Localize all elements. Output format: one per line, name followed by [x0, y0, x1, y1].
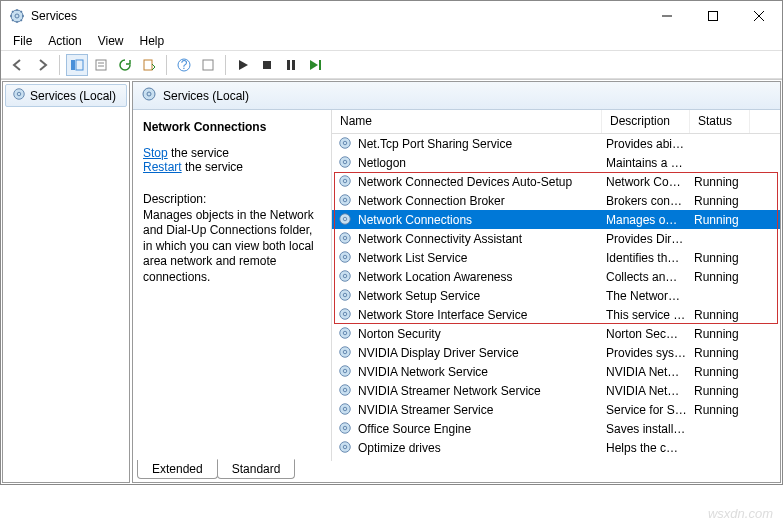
service-description: Provides sys… — [606, 346, 694, 360]
svg-point-50 — [343, 388, 347, 392]
gear-icon — [338, 288, 354, 304]
back-button[interactable] — [7, 54, 29, 76]
service-description: Manages o… — [606, 213, 694, 227]
service-name: Network List Service — [358, 251, 606, 265]
svg-point-1 — [15, 14, 19, 18]
service-name: Norton Security — [358, 327, 606, 341]
service-row[interactable]: NetlogonMaintains a … — [332, 153, 780, 172]
gear-icon — [338, 136, 354, 152]
service-row[interactable]: NVIDIA Display Driver ServiceProvides sy… — [332, 343, 780, 362]
svg-rect-3 — [709, 12, 718, 21]
show-hide-tree-button[interactable] — [66, 54, 88, 76]
tab-standard[interactable]: Standard — [217, 459, 296, 479]
service-status: Running — [694, 175, 754, 189]
service-row[interactable]: Network Store Interface ServiceThis serv… — [332, 305, 780, 324]
service-row[interactable]: NVIDIA Streamer ServiceService for S…Run… — [332, 400, 780, 419]
restart-service-button[interactable] — [304, 54, 326, 76]
service-row[interactable]: Network Connection BrokerBrokers con…Run… — [332, 191, 780, 210]
svg-point-48 — [343, 369, 347, 373]
svg-rect-15 — [263, 61, 271, 69]
svg-point-20 — [17, 92, 21, 96]
service-row[interactable]: Network Connected Devices Auto-SetupNetw… — [332, 172, 780, 191]
detail-header: Services (Local) — [133, 82, 780, 110]
selected-service-name: Network Connections — [143, 120, 321, 134]
service-row[interactable]: Network Setup ServiceThe Networ… — [332, 286, 780, 305]
service-status: Running — [694, 270, 754, 284]
svg-point-42 — [343, 312, 347, 316]
main-body: Services (Local) Services (Local) Networ… — [1, 79, 782, 484]
close-button[interactable] — [736, 1, 782, 31]
service-row[interactable]: NVIDIA Network ServiceNVIDIA Net…Running — [332, 362, 780, 381]
help-button[interactable]: ? — [173, 54, 195, 76]
gear-icon — [338, 326, 354, 342]
service-row[interactable]: Net.Tcp Port Sharing ServiceProvides abi… — [332, 134, 780, 153]
start-service-button[interactable] — [232, 54, 254, 76]
service-row[interactable]: NVIDIA Streamer Network ServiceNVIDIA Ne… — [332, 381, 780, 400]
svg-point-26 — [343, 160, 347, 164]
minimize-button[interactable] — [644, 1, 690, 31]
service-row[interactable]: Network Connectivity AssistantProvides D… — [332, 229, 780, 248]
service-description: This service … — [606, 308, 694, 322]
gear-icon — [338, 440, 354, 456]
toolbar-button-extra[interactable] — [197, 54, 219, 76]
service-row[interactable]: Optimize drivesHelps the c… — [332, 438, 780, 457]
svg-rect-7 — [76, 60, 83, 70]
service-name: Network Setup Service — [358, 289, 606, 303]
service-row[interactable]: Norton SecurityNorton Sec…Running — [332, 324, 780, 343]
tab-extended[interactable]: Extended — [137, 460, 218, 479]
refresh-button[interactable] — [114, 54, 136, 76]
service-name: Network Connection Broker — [358, 194, 606, 208]
service-name: NVIDIA Display Driver Service — [358, 346, 606, 360]
gear-icon — [338, 383, 354, 399]
maximize-button[interactable] — [690, 1, 736, 31]
svg-rect-16 — [287, 60, 290, 70]
svg-rect-14 — [203, 60, 213, 70]
forward-button[interactable] — [31, 54, 53, 76]
menu-action[interactable]: Action — [42, 34, 87, 48]
service-row[interactable]: Network Location AwarenessCollects an…Ru… — [332, 267, 780, 286]
service-row[interactable]: Network ConnectionsManages o…Running — [332, 210, 780, 229]
menu-view[interactable]: View — [92, 34, 130, 48]
service-status: Running — [694, 213, 754, 227]
gear-icon — [12, 87, 26, 104]
gear-icon — [338, 364, 354, 380]
restart-link[interactable]: Restart — [143, 160, 182, 174]
window-title: Services — [31, 9, 644, 23]
service-row[interactable]: Office Source EngineSaves install… — [332, 419, 780, 438]
detail-body: Network Connections Stop the service Res… — [133, 110, 780, 461]
service-status: Running — [694, 327, 754, 341]
column-status[interactable]: Status — [690, 110, 750, 133]
menu-file[interactable]: File — [7, 34, 38, 48]
column-headers: Name Description Status — [332, 110, 780, 134]
service-name: NVIDIA Network Service — [358, 365, 606, 379]
service-description: Service for S… — [606, 403, 694, 417]
svg-rect-17 — [292, 60, 295, 70]
service-name: Net.Tcp Port Sharing Service — [358, 137, 606, 151]
service-row[interactable]: Network List ServiceIdentifies th…Runnin… — [332, 248, 780, 267]
pause-service-button[interactable] — [280, 54, 302, 76]
services-list-body[interactable]: Net.Tcp Port Sharing ServiceProvides abi… — [332, 134, 780, 461]
service-description: Brokers con… — [606, 194, 694, 208]
svg-point-32 — [343, 217, 347, 221]
detail-header-title: Services (Local) — [163, 89, 249, 103]
service-name: Network Connections — [358, 213, 606, 227]
stop-link[interactable]: Stop — [143, 146, 168, 160]
column-description[interactable]: Description — [602, 110, 690, 133]
service-name: Office Source Engine — [358, 422, 606, 436]
svg-point-22 — [147, 92, 151, 96]
gear-icon — [338, 421, 354, 437]
watermark: wsxdn.com — [708, 506, 773, 521]
service-name: Network Connectivity Assistant — [358, 232, 606, 246]
export-button[interactable] — [138, 54, 160, 76]
stop-service-button[interactable] — [256, 54, 278, 76]
tree-item-label: Services (Local) — [30, 89, 116, 103]
svg-point-44 — [343, 331, 347, 335]
svg-point-40 — [343, 293, 347, 297]
properties-button[interactable] — [90, 54, 112, 76]
column-name[interactable]: Name — [332, 110, 602, 133]
menu-help[interactable]: Help — [134, 34, 171, 48]
service-description: Saves install… — [606, 422, 694, 436]
tree-item-services-local[interactable]: Services (Local) — [5, 84, 127, 107]
service-description: NVIDIA Net… — [606, 365, 694, 379]
service-status: Running — [694, 346, 754, 360]
